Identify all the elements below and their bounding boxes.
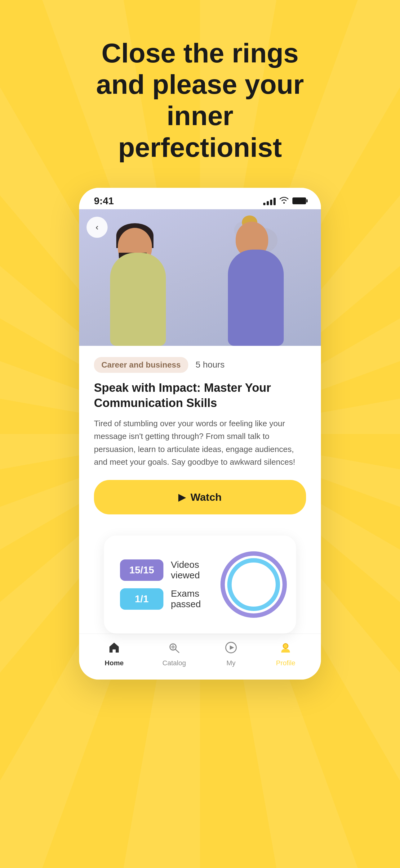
nav-my[interactable]: My — [225, 641, 237, 667]
course-meta: Career and business 5 hours — [94, 357, 306, 373]
watch-button[interactable]: ▶ Watch — [94, 480, 306, 515]
watch-label: Watch — [190, 491, 222, 503]
my-label: My — [226, 659, 235, 667]
back-button[interactable]: ‹ — [87, 217, 108, 238]
play-icon: ▶ — [178, 492, 186, 503]
progress-card: 15/15 Videos viewed 1/1 Exams passed — [104, 535, 296, 633]
course-duration: 5 hours — [196, 360, 225, 370]
wifi-icon — [279, 196, 289, 206]
nav-catalog[interactable]: Catalog — [163, 641, 186, 667]
exams-badge: 1/1 — [120, 588, 163, 610]
progress-stats: 15/15 Videos viewed 1/1 Exams passed — [120, 559, 220, 610]
category-badge: Career and business — [94, 357, 188, 373]
exams-stat-row: 1/1 Exams passed — [120, 588, 220, 610]
catalog-icon — [168, 641, 180, 657]
home-icon — [108, 641, 120, 657]
phone-mockup: 9:41 — [73, 188, 327, 680]
videos-stat-row: 15/15 Videos viewed — [120, 559, 220, 581]
course-title: Speak with Impact: Master Your Communica… — [94, 380, 306, 411]
videos-badge: 15/15 — [120, 559, 163, 581]
status-time: 9:41 — [94, 195, 114, 207]
profile-icon — [279, 641, 292, 657]
home-label: Home — [105, 659, 124, 667]
svg-marker-9 — [230, 645, 234, 650]
svg-line-5 — [175, 649, 179, 653]
svg-point-3 — [229, 560, 278, 609]
nav-profile[interactable]: Profile — [276, 641, 295, 667]
course-image: ‹ — [79, 209, 321, 346]
nav-home[interactable]: Home — [105, 641, 124, 667]
my-icon — [225, 641, 237, 657]
bottom-nav: Home Catalog — [79, 633, 321, 680]
hero-title: Close the rings and please your inner pe… — [61, 0, 339, 188]
svg-point-1 — [223, 554, 285, 616]
exams-label: Exams passed — [171, 588, 220, 610]
status-bar: 9:41 — [79, 188, 321, 209]
course-content: Career and business 5 hours Speak with I… — [79, 346, 321, 526]
signal-icon — [263, 196, 276, 205]
battery-icon — [292, 197, 306, 204]
status-icons — [263, 196, 306, 206]
profile-label: Profile — [276, 659, 295, 667]
phone-frame: 9:41 — [79, 188, 321, 680]
videos-label: Videos viewed — [171, 559, 220, 581]
person-woman — [222, 222, 302, 346]
course-description: Tired of stumbling over your words or fe… — [94, 417, 306, 469]
catalog-label: Catalog — [163, 659, 186, 667]
progress-rings — [220, 550, 280, 619]
person-man — [104, 228, 185, 346]
